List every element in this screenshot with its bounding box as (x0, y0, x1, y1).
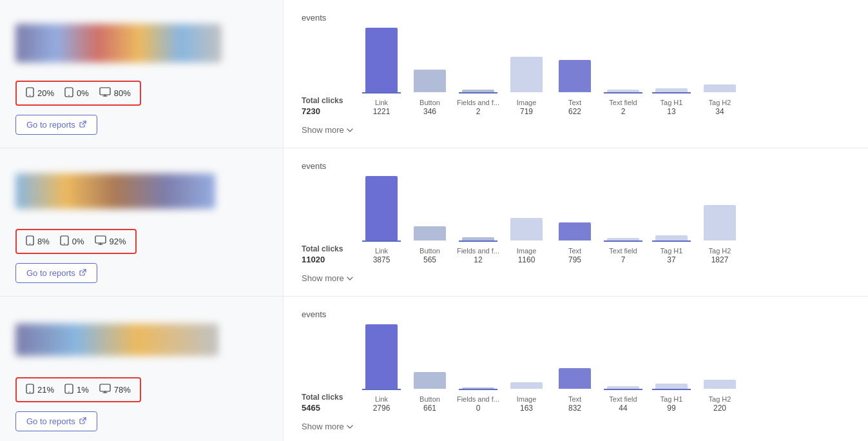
svg-point-11 (30, 391, 31, 393)
svg-rect-4 (100, 88, 110, 95)
bar-underline-2 (459, 92, 497, 93)
bar-value-2: 2 (476, 107, 481, 116)
bar-label-0: Link (375, 247, 388, 255)
go-to-reports-label: Go to reports (26, 268, 75, 278)
bar-col-tag-h2-2: Tag H21827 (695, 205, 744, 264)
bar-label-7: Tag H2 (709, 99, 731, 106)
bar-7 (704, 380, 736, 389)
thumbnail-2 (15, 161, 267, 221)
bar-underline-6 (652, 240, 691, 242)
device-label-tablet: 0% (77, 88, 89, 98)
bar-7 (704, 84, 736, 92)
bar-col-link-1: Link1221 (357, 28, 405, 116)
bar-1 (414, 372, 446, 389)
device-stats-1: 20%0%80% (15, 81, 141, 106)
bar-col-tag-h2-3: Tag H2220 (695, 380, 744, 413)
bar-underline-5 (604, 240, 642, 242)
bar-col-tag-h1-3: Tag H199 (647, 384, 695, 413)
bar-col-image-2: Image1160 (502, 218, 550, 264)
device-item-mobile-2: 8% (26, 235, 50, 248)
go-to-reports-button-3[interactable]: Go to reports (15, 411, 97, 431)
bar-value-0: 2796 (373, 404, 391, 413)
bar-label-2: Fields and f... (457, 395, 499, 403)
device-item-tablet-1: 0% (64, 87, 89, 99)
bar-value-7: 1827 (711, 255, 729, 264)
chevron-down-icon (347, 125, 353, 135)
total-clicks-container-3: Total clicks5465 (302, 393, 351, 413)
bar-label-0: Link (375, 99, 388, 106)
bar-4 (559, 222, 591, 240)
mobile-icon (26, 384, 34, 396)
bar-label-1: Button (420, 247, 440, 255)
bar-value-0: 1221 (373, 107, 391, 116)
bar-col-button-2: Button565 (405, 226, 454, 264)
svg-rect-9 (95, 236, 106, 243)
desktop-icon (99, 87, 111, 99)
bar-value-3: 163 (520, 404, 533, 413)
svg-point-13 (68, 391, 70, 393)
row-card-3: 21%1%78%Go to reportseventsTotal clicks5… (0, 297, 868, 441)
bar-underline-6 (652, 389, 691, 390)
bar-underline-6 (652, 92, 691, 93)
bar-label-6: Tag H1 (661, 395, 683, 403)
bar-label-6: Tag H1 (661, 247, 683, 255)
bar-col-text-field-2: Text field7 (599, 238, 647, 264)
bar-label-7: Tag H2 (709, 247, 731, 255)
device-label-desktop: 80% (114, 88, 131, 98)
bar-value-3: 719 (520, 107, 533, 116)
show-more-button-3[interactable]: Show more (302, 422, 353, 431)
svg-point-1 (30, 95, 31, 96)
device-label-desktop: 78% (114, 385, 131, 395)
bar-col-tag-h2-1: Tag H234 (695, 84, 744, 116)
bar-value-5: 2 (621, 107, 626, 116)
bars-container-3: Link2796Button661Fields and f...0Image16… (357, 324, 744, 413)
bar-label-2: Fields and f... (457, 247, 499, 255)
bar-value-1: 346 (423, 107, 436, 116)
device-label-desktop: 92% (110, 237, 126, 246)
tablet-icon (60, 235, 69, 248)
device-item-tablet-2: 0% (60, 235, 84, 248)
bar-col-tag-h1-1: Tag H113 (647, 88, 695, 116)
show-more-label: Show more (302, 125, 344, 135)
bar-label-7: Tag H2 (709, 395, 731, 403)
bar-value-0: 3875 (373, 255, 391, 264)
total-clicks-value: 11020 (302, 255, 325, 264)
bar-6 (655, 384, 688, 389)
chevron-down-icon (347, 273, 353, 283)
bar-4 (559, 60, 591, 92)
bars-container-1: Link1221Button346Fields and f...2Image71… (357, 28, 744, 116)
show-more-button-2[interactable]: Show more (302, 273, 353, 283)
bar-value-4: 795 (568, 255, 581, 264)
bar-underline-0 (362, 92, 401, 93)
bar-7 (704, 205, 736, 240)
thumbnail-3 (15, 309, 267, 369)
bar-value-5: 7 (621, 255, 626, 264)
bar-value-4: 622 (568, 107, 581, 116)
bar-label-4: Text (568, 247, 581, 255)
external-link-icon (79, 120, 86, 130)
go-to-reports-button-2[interactable]: Go to reports (15, 263, 97, 283)
total-clicks-container-1: Total clicks7230 (302, 96, 351, 116)
bar-value-1: 565 (423, 255, 436, 264)
left-panel-3: 21%1%78%Go to reports (0, 297, 284, 441)
bar-3 (510, 57, 543, 92)
bar-col-image-3: Image163 (502, 382, 550, 413)
device-item-desktop-2: 92% (95, 235, 126, 248)
bar-1 (414, 226, 446, 240)
bar-value-6: 37 (667, 255, 675, 264)
thumbnail-1 (15, 13, 267, 73)
bar-value-2: 0 (476, 404, 481, 413)
bar-col-button-3: Button661 (405, 372, 454, 413)
device-item-desktop-1: 80% (99, 87, 131, 99)
right-panel-2: eventsTotal clicks11020Link3875Button565… (284, 148, 868, 296)
bar-label-5: Text field (609, 99, 637, 106)
bar-col-text-field-3: Text field44 (599, 386, 647, 413)
row-card-1: 20%0%80%Go to reportseventsTotal clicks7… (0, 0, 868, 148)
bar-value-7: 220 (713, 404, 726, 413)
bar-col-text-field-1: Text field2 (599, 90, 647, 116)
go-to-reports-button-1[interactable]: Go to reports (15, 115, 97, 135)
chevron-down-icon (347, 422, 353, 431)
show-more-button-1[interactable]: Show more (302, 125, 353, 135)
bar-col-button-1: Button346 (405, 70, 454, 116)
device-label-mobile: 8% (37, 237, 50, 246)
